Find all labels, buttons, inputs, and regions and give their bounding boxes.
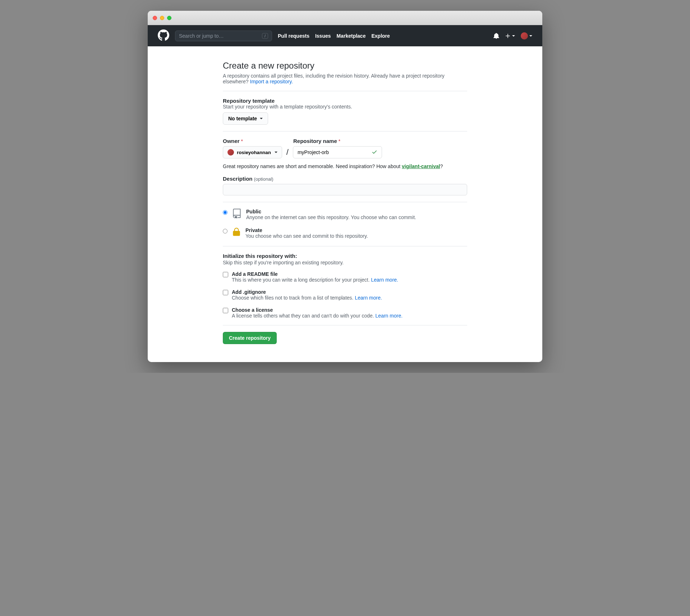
gitignore-learn-more-link[interactable]: Learn more. (355, 295, 382, 301)
reponame-input[interactable] (298, 149, 369, 155)
repo-icon (232, 209, 242, 220)
license-learn-more-link[interactable]: Learn more. (376, 313, 402, 319)
initialize-heading: Initialize this repository with: (223, 253, 467, 259)
template-selected-value: No template (228, 116, 257, 121)
divider (223, 91, 467, 91)
caret-down-icon (260, 118, 263, 119)
reponame-input-wrap[interactable] (293, 146, 382, 158)
user-menu[interactable] (521, 32, 532, 40)
add-gitignore-title: Add .gitignore (232, 289, 382, 295)
add-gitignore-desc-text: Choose which files not to track from a l… (232, 295, 355, 301)
divider (223, 131, 467, 131)
nav-issues[interactable]: Issues (315, 33, 331, 39)
name-hint-text: Great repository names are short and mem… (223, 163, 402, 169)
reponame-label: Repository name (293, 138, 337, 144)
name-hint: Great repository names are short and mem… (223, 163, 467, 169)
path-separator: / (286, 148, 289, 157)
nav-pull-requests[interactable]: Pull requests (278, 33, 309, 39)
add-readme-title: Add a README file (232, 271, 398, 277)
caret-down-icon (275, 152, 277, 153)
initialize-sub: Skip this step if you're importing an ex… (223, 260, 467, 265)
nav-marketplace[interactable]: Marketplace (337, 33, 366, 39)
template-select[interactable]: No template (223, 112, 268, 125)
owner-label: Owner (223, 138, 240, 144)
divider (223, 202, 467, 202)
add-readme-desc: This is where you can write a long descr… (232, 277, 398, 283)
page-title: Create a new repository (223, 61, 467, 71)
search-input-wrap[interactable]: / (175, 31, 272, 41)
add-gitignore-checkbox[interactable] (223, 290, 228, 295)
window-titlebar (148, 11, 542, 25)
description-label: Description (223, 176, 253, 182)
primary-nav: Pull requests Issues Marketplace Explore (278, 33, 390, 39)
nav-explore[interactable]: Explore (371, 33, 390, 39)
add-readme-desc-text: This is where you can write a long descr… (232, 277, 371, 283)
search-hotkey-hint: / (262, 33, 268, 39)
page-subtitle: A repository contains all project files,… (223, 73, 467, 84)
add-gitignore-desc: Choose which files not to track from a l… (232, 295, 382, 301)
divider (223, 325, 467, 325)
caret-down-icon (512, 35, 515, 37)
choose-license-title: Choose a license (232, 307, 402, 313)
description-input[interactable] (223, 184, 467, 195)
window-minimize-icon[interactable] (160, 16, 164, 20)
avatar-icon (521, 32, 528, 40)
visibility-private-radio[interactable] (223, 229, 227, 233)
choose-license-checkbox[interactable] (223, 308, 228, 313)
visibility-public-desc: Anyone on the internet can see this repo… (246, 214, 416, 220)
suggested-name-link[interactable]: vigilant-carnival (402, 163, 440, 169)
browser-window: / Pull requests Issues Marketplace Explo… (148, 11, 542, 362)
header-bar: / Pull requests Issues Marketplace Explo… (148, 25, 542, 46)
create-repository-button[interactable]: Create repository (223, 332, 277, 344)
name-hint-suffix: ? (440, 163, 443, 169)
window-close-icon[interactable] (153, 16, 157, 20)
window-zoom-icon[interactable] (167, 16, 171, 20)
create-new-dropdown[interactable] (505, 33, 515, 39)
template-label: Repository template (223, 98, 467, 104)
add-readme-checkbox[interactable] (223, 272, 228, 277)
owner-selected-value: rosieyohannan (237, 150, 271, 155)
visibility-private-desc: You choose who can see and commit to thi… (245, 233, 368, 239)
choose-license-desc: A license tells others what they can and… (232, 313, 402, 319)
divider (223, 246, 467, 246)
caret-down-icon (529, 35, 532, 37)
lock-icon (232, 227, 241, 238)
required-star: * (339, 138, 340, 144)
check-icon (372, 149, 377, 156)
readme-learn-more-link[interactable]: Learn more. (371, 277, 398, 283)
visibility-private-title: Private (245, 227, 368, 233)
visibility-public-radio[interactable] (223, 210, 227, 215)
search-input[interactable] (179, 33, 262, 39)
avatar-icon (227, 149, 234, 156)
required-star: * (241, 138, 243, 144)
visibility-public-title: Public (246, 209, 416, 214)
description-optional: (optional) (254, 176, 273, 182)
github-logo-icon[interactable] (158, 29, 169, 42)
template-desc: Start your repository with a template re… (223, 104, 467, 110)
main-content: Create a new repository A repository con… (216, 46, 474, 362)
choose-license-desc-text: A license tells others what they can and… (232, 313, 376, 319)
notifications-icon[interactable] (493, 33, 499, 39)
import-repository-link[interactable]: Import a repository. (250, 79, 293, 84)
owner-select[interactable]: rosieyohannan (223, 146, 282, 158)
